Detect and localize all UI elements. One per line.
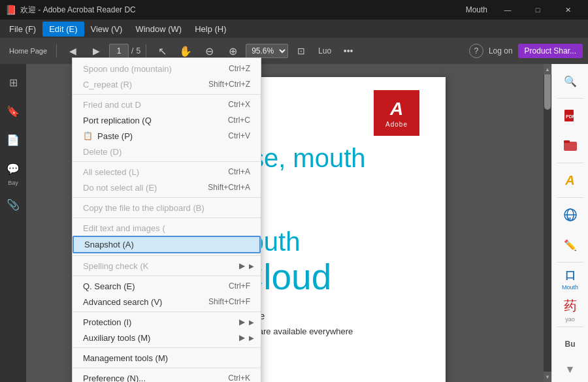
scroll-up-button[interactable]: ▲ (544, 64, 551, 74)
dd-auxiliary[interactable]: Auxiliary tools (M) ▶ (73, 330, 261, 345)
dd-sep-7 (73, 311, 261, 312)
zoom-select[interactable]: 95.6% 100% 75% 50% 125% (246, 44, 288, 58)
right-panel-bu-icon[interactable]: Bu (557, 331, 583, 357)
toolbar-separator-2 (146, 44, 146, 57)
right-panel-a-icon[interactable]: A (557, 167, 583, 193)
right-panel-search[interactable]: 🔍 (557, 68, 583, 94)
right-panel-folder-icon[interactable] (557, 133, 583, 159)
dd-protection-label: Protection (I) (83, 317, 239, 327)
toolbar-right: ? Log on Product Shar... (469, 44, 583, 58)
scroll-thumb[interactable] (544, 71, 551, 110)
dd-sep-3 (73, 197, 261, 198)
adobe-logo-area: A Adobe (374, 90, 419, 136)
title-bar: 📕 欢迎 - Adobe Acrobat Reader DC Mouth — □… (0, 0, 588, 20)
dd-preference-label: Preference (N)... (83, 374, 228, 383)
dd-snapshot-label: Snapshot (A) (84, 240, 249, 249)
page-navigation: / 5 (109, 44, 140, 58)
scroll-track[interactable] (544, 64, 551, 382)
dd-sep-5 (73, 255, 261, 256)
auxiliary-arrow-icon: ▶ (239, 333, 245, 342)
menu-file[interactable]: File (F) (3, 22, 42, 37)
right-panel-sep-4 (557, 262, 583, 263)
product-share-button[interactable]: Product Shar... (518, 44, 583, 58)
dd-repeat: C_repeat (R) Shift+Ctrl+Z (73, 76, 261, 92)
dd-undo: Spoon undo (mountain) Ctrl+Z (73, 61, 261, 76)
paste-icon: 📋 (83, 131, 95, 140)
right-panel-sep-5 (557, 326, 583, 327)
dd-protection[interactable]: Protection (I) ▶ (73, 314, 261, 330)
dd-spelling-label: Spelling check (K (83, 261, 239, 271)
minimize-button[interactable]: — (493, 0, 523, 20)
dd-management[interactable]: Management tools (M) (73, 350, 261, 366)
dd-snapshot[interactable]: Snapshot (A) (73, 236, 261, 253)
spelling-arrow-icon: ▶ (239, 261, 245, 270)
right-panel-pen-icon[interactable]: ✏️ (557, 232, 583, 258)
sidebar-item-attach[interactable]: 📎 (3, 191, 24, 217)
more-options-button[interactable]: ••• (338, 42, 359, 60)
menu-edit[interactable]: Edit (E) (42, 22, 84, 37)
adobe-logo: A Adobe (374, 90, 419, 136)
dd-preference[interactable]: Preference (N)... Ctrl+K (73, 370, 261, 382)
right-panel-sep-1 (557, 98, 583, 99)
dd-copy[interactable]: Port replication (Q Ctrl+C (73, 112, 261, 128)
dd-edit-text: Edit text and images ( (73, 220, 261, 236)
yao-icon-char: 药 (564, 297, 577, 315)
right-panel-yao-icon[interactable]: 药 yao (557, 296, 583, 323)
sidebar-item-home[interactable]: ⊞ (3, 69, 24, 95)
dd-repeat-shortcut: Shift+Ctrl+Z (208, 80, 250, 89)
right-panel-expand-button[interactable]: ▼ (565, 364, 576, 375)
dd-paste[interactable]: 📋 Paste (P) Ctrl+V (73, 128, 261, 144)
page-number-input[interactable] (109, 44, 129, 58)
dd-select-all: All selected (L) Ctrl+A (73, 164, 261, 180)
dd-deselect: Do not select all (E) Shift+Ctrl+A (73, 180, 261, 195)
dd-undo-shortcut: Ctrl+Z (229, 64, 250, 73)
scroll-down-button[interactable]: ▼ (544, 372, 551, 382)
fit-page-button[interactable]: ⊡ (291, 42, 312, 60)
right-panel-globe-icon[interactable] (557, 202, 583, 228)
dd-deselect-shortcut: Shift+Ctrl+A (208, 183, 250, 192)
attach-icon: 📎 (3, 194, 24, 215)
page-total: 5 (136, 46, 140, 56)
right-panel-mouth-icon[interactable]: 口 Mouth (557, 266, 583, 293)
dd-advanced-search[interactable]: Advanced search (V) Shift+Ctrl+F (73, 294, 261, 310)
sidebar-item-bay[interactable]: 💬 Bay (3, 155, 24, 189)
luo-label: Luo (314, 42, 335, 60)
dd-paste-shortcut: Ctrl+V (228, 131, 250, 140)
right-panel-sep-3 (557, 197, 583, 198)
mouth-window-label: Mouth (466, 5, 487, 14)
dd-sep-9 (73, 368, 261, 368)
dd-preference-shortcut: Ctrl+K (228, 374, 250, 382)
dd-search[interactable]: Q. Search (E) Ctrl+F (73, 278, 261, 294)
menu-help[interactable]: Help (H) (188, 22, 233, 37)
maximize-button[interactable]: □ (523, 0, 553, 20)
bay-icon: 💬 (3, 158, 24, 179)
dd-delete-label: Delete (D) (83, 147, 250, 157)
menu-window[interactable]: Window (W) (129, 22, 188, 37)
sidebar-item-pages[interactable]: 📄 (3, 127, 24, 153)
mouth-icon-char: 口 (565, 269, 576, 283)
dd-copy-shortcut: Ctrl+C (228, 116, 250, 125)
dd-search-shortcut: Ctrl+F (229, 281, 250, 291)
right-panel-pdf-icon[interactable]: PDF (557, 103, 583, 129)
dd-advanced-search-label: Advanced search (V) (83, 297, 208, 307)
left-sidebar: ⊞ 🔖 📄 💬 Bay 📎 (0, 64, 26, 382)
yao-icon-label: yao (565, 316, 575, 323)
adobe-logo-a: A (390, 99, 403, 119)
dd-cut: Fried and cut D Ctrl+X (73, 97, 261, 112)
dd-sep-4 (73, 217, 261, 218)
menu-view[interactable]: View (V) (84, 22, 129, 37)
login-button[interactable]: Log on (489, 46, 513, 56)
svg-rect-3 (564, 140, 570, 143)
svg-rect-2 (564, 142, 577, 151)
dd-sep-8 (73, 347, 261, 348)
dd-cut-shortcut: Ctrl+X (228, 100, 250, 109)
menu-bar: File (F) Edit (E) View (V) Window (W) He… (0, 20, 588, 38)
home-button[interactable]: Home Page (5, 42, 51, 60)
close-button[interactable]: ✕ (553, 0, 583, 20)
dd-search-label: Q. Search (E) (83, 281, 229, 291)
sidebar-item-bookmark[interactable]: 🔖 (3, 98, 24, 124)
dd-sep-2 (73, 161, 261, 162)
dd-edit-text-label: Edit text and images ( (83, 223, 250, 233)
page-sep: / (131, 46, 133, 56)
help-button[interactable]: ? (469, 44, 483, 58)
